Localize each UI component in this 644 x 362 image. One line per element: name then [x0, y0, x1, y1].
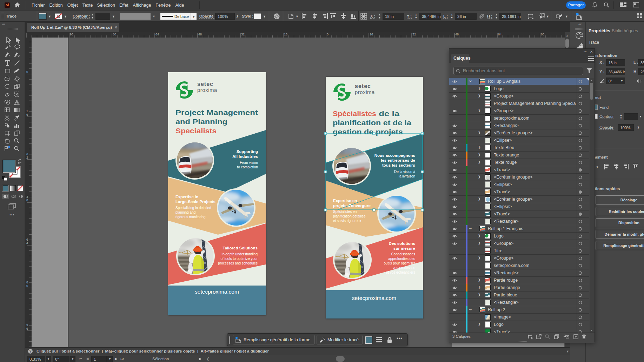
svg-text:80: 80 — [113, 33, 116, 36]
svg-text:tous les secteurs: tous les secteurs — [382, 163, 415, 167]
svg-text:planning and: planning and — [175, 210, 195, 214]
svg-text:8: 8 — [26, 281, 28, 284]
svg-text:la livraison: la livraison — [399, 174, 415, 178]
svg-text:Specialists: Specialists — [175, 127, 217, 135]
svg-text:32: 32 — [241, 33, 245, 36]
svg-text:From vision: From vision — [240, 161, 258, 165]
svg-text:Tailored Solutions: Tailored Solutions — [223, 246, 258, 250]
svg-text:6: 6 — [26, 327, 28, 330]
svg-text:outils pour optimiser: outils pour optimiser — [384, 261, 416, 265]
svg-text:et vos échéanciers: et vos échéanciers — [386, 270, 415, 274]
svg-text:Project Management: Project Management — [175, 108, 258, 116]
svg-text:Des solutions: Des solutions — [389, 241, 415, 246]
svg-text:All Industries: All Industries — [232, 154, 258, 159]
svg-text:and Planning: and Planning — [175, 118, 227, 126]
svg-text:4: 4 — [26, 241, 28, 245]
svg-text:Spécialistes en: Spécialistes en — [333, 210, 357, 214]
svg-text:9: 9 — [26, 323, 28, 327]
svg-text:vos processus: vos processus — [393, 266, 415, 270]
svg-text:planification détaillée: planification détaillée — [333, 214, 366, 218]
svg-text:0: 0 — [327, 33, 328, 36]
svg-text:les entreprises de: les entreprises de — [381, 158, 415, 162]
svg-text:8: 8 — [26, 199, 28, 202]
svg-text:Spécialistes de la: Spécialistes de la — [333, 109, 400, 118]
svg-text:2: 2 — [26, 156, 28, 159]
svg-text:setec: setec — [197, 81, 213, 87]
svg-text:16: 16 — [284, 33, 287, 36]
svg-text:setecproxima.com: setecproxima.com — [352, 295, 396, 301]
svg-text:to completion: to completion — [237, 165, 258, 169]
svg-text:32: 32 — [412, 33, 416, 36]
svg-text:Specializing in detailed: Specializing in detailed — [175, 206, 211, 210]
svg-text:Nous accompagnons: Nous accompagnons — [374, 153, 415, 157]
svg-text:setecproxima.com: setecproxima.com — [195, 289, 239, 295]
svg-text:6: 6 — [26, 113, 28, 116]
svg-text:80: 80 — [541, 33, 544, 36]
svg-text:rigorous monitoring: rigorous monitoring — [175, 215, 206, 219]
svg-text:planification et de la: planification et de la — [333, 119, 412, 127]
svg-text:proxima: proxima — [355, 89, 375, 95]
svg-text:Expertise en: Expertise en — [333, 199, 357, 203]
svg-text:approfondies des: approfondies des — [388, 257, 415, 261]
svg-text:96: 96 — [70, 33, 73, 36]
svg-text:proxima: proxima — [197, 87, 217, 93]
svg-text:Large-Scale Projects: Large-Scale Projects — [175, 200, 215, 204]
svg-text:Connaissances: Connaissances — [391, 252, 415, 256]
svg-text:Expertise in: Expertise in — [175, 195, 198, 199]
svg-text:1: 1 — [26, 109, 28, 113]
svg-text:3: 3 — [26, 152, 28, 156]
svg-text:6: 6 — [26, 238, 28, 241]
svg-text:processes and schedules: processes and schedules — [218, 261, 258, 265]
svg-text:De la vision à: De la vision à — [394, 170, 415, 174]
svg-text:0: 0 — [26, 70, 28, 74]
svg-text:64: 64 — [498, 33, 502, 36]
svg-text:setec: setec — [355, 83, 371, 89]
svg-text:of tools to optimize your: of tools to optimize your — [220, 257, 258, 261]
svg-text:16: 16 — [370, 33, 373, 36]
svg-text:64: 64 — [155, 33, 159, 36]
svg-text:In-depth understanding: In-depth understanding — [221, 252, 258, 256]
svg-text:sur mesure: sur mesure — [393, 246, 415, 250]
svg-text:48: 48 — [455, 33, 459, 36]
svg-text:gestion de projets: gestion de projets — [333, 128, 403, 136]
svg-text:4: 4 — [26, 195, 28, 199]
svg-text:projets d'envergure: projets d'envergure — [333, 203, 371, 208]
svg-text:48: 48 — [198, 33, 202, 36]
svg-text:0: 0 — [26, 284, 28, 288]
svg-text:et suivis rigoureux: et suivis rigoureux — [333, 219, 361, 223]
svg-text:Supporting: Supporting — [237, 149, 258, 154]
